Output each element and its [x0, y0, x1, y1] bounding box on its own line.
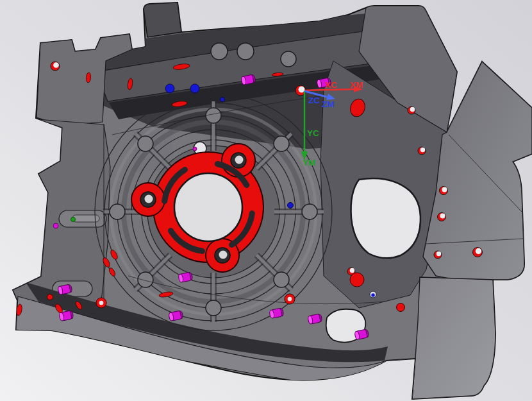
blue-dot [371, 293, 375, 297]
hole-bottom-face [410, 107, 415, 112]
cad-3d-scene[interactable]: XC XM ZC ZM YC YM [0, 0, 532, 401]
ring-center [288, 297, 292, 302]
flange-bolt-hole-bottom [235, 156, 244, 164]
highlight-ring-red[interactable] [285, 294, 295, 304]
hole-red-rim[interactable] [434, 251, 442, 259]
hole-red-rim[interactable] [51, 62, 60, 71]
flange-bore-hole[interactable] [174, 173, 242, 241]
hole-red-rim[interactable] [408, 107, 415, 114]
hole-bottom-face [350, 268, 354, 273]
hole-bottom-face [440, 213, 445, 218]
hole-red-rim[interactable] [473, 248, 483, 257]
axis-x-wcs-label: XC [325, 80, 337, 90]
flange-bolt-hole-bottom [219, 251, 228, 259]
axis-x-mcs-label: XM [350, 80, 363, 90]
highlight-circle-red[interactable] [47, 294, 53, 300]
housing-boss[interactable] [274, 272, 289, 287]
hole-red-rim[interactable] [440, 187, 448, 195]
axis-z-mcs-label: ZM [322, 99, 335, 109]
ring-center [99, 301, 104, 305]
housing-boss[interactable] [206, 300, 221, 316]
hole-bottom-face [53, 62, 59, 68]
through-hole-large[interactable] [351, 178, 421, 258]
highlight-circle-red[interactable] [397, 303, 405, 312]
housing-boss[interactable] [206, 108, 221, 123]
housing-boss[interactable] [138, 136, 153, 151]
hole-bottom-face [442, 187, 447, 192]
housing-boss[interactable] [138, 272, 153, 287]
highlight-dot-blue[interactable] [220, 98, 225, 102]
beam-boss[interactable] [211, 43, 228, 60]
housing-boss[interactable] [302, 204, 317, 219]
highlight-circle-red[interactable] [350, 273, 364, 287]
hole-red-rim[interactable] [418, 147, 426, 155]
highlight-dot-blue[interactable] [190, 84, 199, 93]
highlight-dot-green[interactable] [71, 218, 76, 222]
highlight-ring-red[interactable] [96, 298, 106, 308]
hole-bottom-face [420, 148, 425, 152]
hole-red-rim[interactable] [438, 213, 446, 221]
hole-blue-dot[interactable] [370, 291, 376, 298]
cad-viewport[interactable]: XC XM ZC ZM YC YM [0, 0, 532, 401]
beam-boss[interactable] [281, 51, 296, 67]
axis-y-mcs-label: YM [303, 158, 315, 167]
highlight-dot-blue[interactable] [165, 84, 174, 93]
flange-bolt-hole-bottom [145, 195, 153, 203]
highlight-dot-blue[interactable] [288, 203, 294, 209]
beam-boss[interactable] [237, 43, 254, 60]
housing-boss[interactable] [110, 204, 125, 219]
highlight-dot-magenta[interactable] [193, 147, 197, 151]
axis-y-wcs-label: YC [307, 128, 319, 138]
highlight-dot-magenta[interactable] [53, 223, 58, 228]
hole-bottom-face [436, 252, 441, 256]
hole-bottom-face [476, 248, 481, 254]
axis-z-wcs-label: ZC [308, 96, 320, 105]
housing-boss[interactable] [274, 136, 289, 151]
